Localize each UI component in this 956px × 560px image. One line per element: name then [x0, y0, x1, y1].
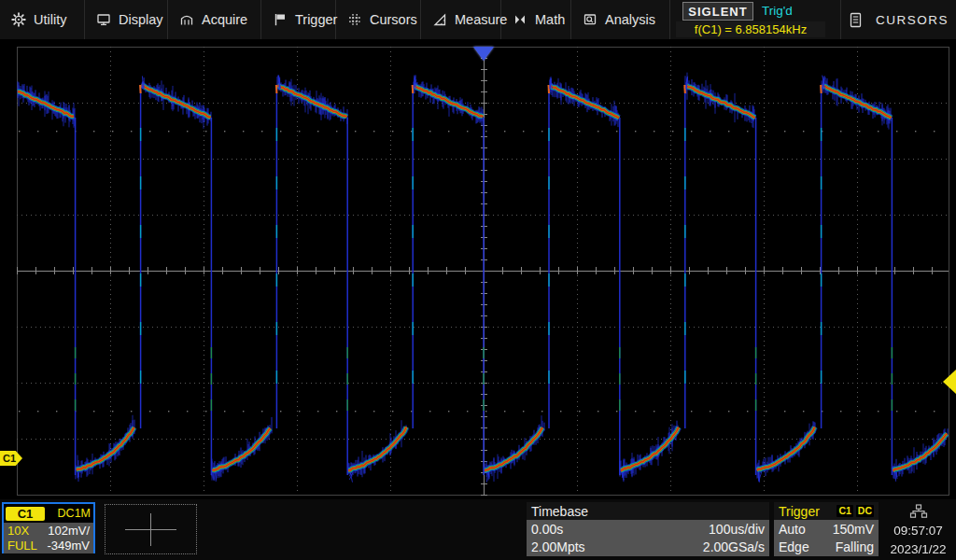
channel-bandwidth: FULL: [7, 539, 37, 553]
menu-math-label: Math: [535, 12, 565, 27]
waveform-display[interactable]: [0, 39, 956, 499]
menu-math[interactable]: Math: [501, 0, 571, 39]
menu-analysis-label: Analysis: [605, 12, 655, 27]
top-menu-bar: Utility Display Acquire Trigger: [0, 0, 956, 39]
datetime-status-box[interactable]: 09:57:07 2023/1/22: [882, 502, 954, 558]
menu-acquire[interactable]: Acquire: [168, 0, 261, 39]
menu-cursors[interactable]: Cursors: [336, 0, 421, 39]
trigger-mode: Auto: [779, 522, 806, 537]
clipboard-icon: [849, 12, 863, 28]
siglent-logo: SIGLENT: [682, 2, 753, 21]
menu-utility[interactable]: Utility: [0, 0, 85, 39]
timebase-memory: 2.00Mpts: [531, 539, 585, 554]
timebase-info-box[interactable]: Timebase 0.00s 100us/div 2.00Mpts 2.00GS…: [527, 502, 769, 554]
menu-display[interactable]: Display: [85, 0, 168, 39]
add-channel-cross-icon: [150, 513, 151, 546]
timebase-delay: 0.00s: [531, 522, 563, 537]
flag-icon: [273, 12, 288, 27]
timebase-scale: 100us/div: [709, 522, 765, 537]
add-channel-placeholder[interactable]: [105, 504, 197, 554]
trigger-position-marker[interactable]: [473, 47, 494, 61]
acquire-icon: [179, 12, 194, 27]
trigger-info-box[interactable]: Trigger C1 DC Auto 150mV Edge Falling: [774, 502, 879, 554]
brand-status-area: SIGLENT Trig'd f(C1) = 6.858154kHz: [670, 0, 840, 39]
channel-name-badge: C1: [6, 507, 45, 521]
channel-marker-label: C1: [3, 453, 16, 464]
cursors-side-panel-button[interactable]: CURSORS: [840, 0, 956, 39]
trigger-level: 150mV: [833, 522, 874, 537]
network-icon: [909, 504, 928, 519]
side-panel-title: CURSORS: [876, 13, 949, 27]
frequency-counter-readout: f(C1) = 6.858154kHz: [676, 21, 825, 37]
trigger-level-marker[interactable]: [943, 370, 956, 394]
menu-trigger[interactable]: Trigger: [261, 0, 336, 39]
menu-trigger-label: Trigger: [295, 12, 337, 27]
gear-icon: [11, 12, 26, 27]
trigger-status-text: Trig'd: [762, 4, 793, 18]
menu-measure[interactable]: Measure: [421, 0, 501, 39]
timebase-sample-rate: 2.00GSa/s: [703, 539, 765, 554]
status-date: 2023/1/22: [890, 542, 946, 556]
menu-analysis[interactable]: Analysis: [571, 0, 670, 39]
channel-attenuation: 10X: [7, 524, 29, 538]
cursors-grid-icon: [347, 12, 362, 27]
trigger-slope: Falling: [836, 539, 874, 554]
measure-triangle-icon: [432, 12, 447, 27]
menu-measure-label: Measure: [455, 12, 507, 27]
channel-scale: 102mV/: [48, 524, 90, 538]
math-bowtie-icon: [513, 12, 527, 27]
bottom-status-bar: C1 DC1M 10X 102mV/ FULL -349mV Timebase: [0, 499, 956, 560]
channel-coupling: DC1M: [58, 507, 91, 520]
display-icon: [96, 12, 111, 27]
channel-c1-info-box[interactable]: C1 DC1M 10X 102mV/ FULL -349mV: [2, 502, 95, 553]
menu-display-label: Display: [119, 12, 163, 27]
trigger-source-badge: C1: [836, 505, 852, 517]
status-time: 09:57:07: [893, 524, 943, 538]
channel-offset: -349mV: [47, 539, 90, 553]
trigger-title: Trigger: [779, 504, 820, 519]
trigger-coupling-badge: DC: [856, 505, 874, 517]
timebase-title: Timebase: [531, 504, 588, 519]
trigger-type: Edge: [779, 539, 809, 554]
menu-acquire-label: Acquire: [202, 12, 247, 27]
oscilloscope-ui: Utility Display Acquire Trigger: [0, 0, 956, 560]
analysis-magnifier-icon: [583, 12, 598, 27]
waveform-screen: C1: [0, 39, 956, 499]
menu-utility-label: Utility: [34, 12, 66, 27]
menu-cursors-label: Cursors: [370, 12, 417, 27]
